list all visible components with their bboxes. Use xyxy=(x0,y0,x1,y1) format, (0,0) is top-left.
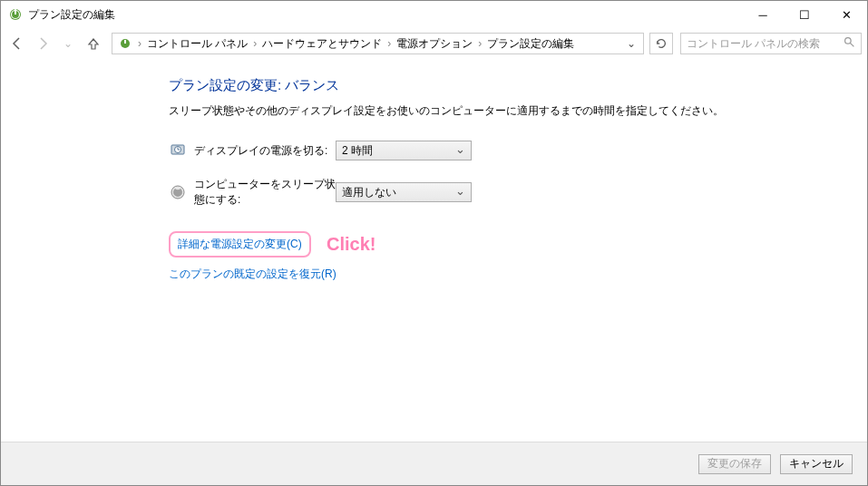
svg-point-5 xyxy=(845,38,852,44)
refresh-button[interactable] xyxy=(649,33,673,54)
breadcrumb-item[interactable]: コントロール パネル xyxy=(143,34,251,53)
breadcrumb-item[interactable]: プラン設定の編集 xyxy=(483,34,578,53)
search-input[interactable]: コントロール パネルの検索 xyxy=(680,33,862,54)
chevron-right-icon: › xyxy=(478,37,482,50)
sleep-dropdown[interactable]: 適用しない xyxy=(336,182,472,202)
location-icon xyxy=(118,36,132,51)
minimize-button[interactable]: ─ xyxy=(742,1,784,28)
sleep-value: 適用しない xyxy=(342,185,396,200)
display-icon xyxy=(169,141,187,160)
page-heading: プラン設定の変更: バランス xyxy=(169,77,867,94)
forward-button[interactable] xyxy=(32,33,54,54)
display-off-setting-row: ディスプレイの電源を切る: 2 時間 xyxy=(169,141,867,160)
save-button[interactable]: 変更の保存 xyxy=(698,454,771,474)
svg-line-6 xyxy=(850,43,853,46)
cancel-button[interactable]: キャンセル xyxy=(780,454,853,474)
chevron-right-icon: › xyxy=(253,37,257,50)
navigation-bar: ⌄ › コントロール パネル › ハードウェアとサウンド › 電源オプション ›… xyxy=(1,28,867,59)
display-off-label: ディスプレイの電源を切る: xyxy=(194,143,336,159)
window-title: プラン設定の編集 xyxy=(28,7,742,23)
content-area: プラン設定の変更: バランス スリープ状態やその他のディスプレイ設定をお使いのコ… xyxy=(1,59,867,295)
advanced-link-highlight: 詳細な電源設定の変更(C) xyxy=(169,231,311,258)
click-annotation: Click! xyxy=(327,234,375,254)
display-off-dropdown[interactable]: 2 時間 xyxy=(336,141,472,160)
search-icon xyxy=(844,36,855,51)
svg-rect-1 xyxy=(15,9,16,15)
breadcrumb-item[interactable]: ハードウェアとサウンド xyxy=(258,34,385,53)
sleep-setting-row: コンピューターをスリープ状態にする: 適用しない xyxy=(169,177,867,208)
instruction-text: スリープ状態やその他のディスプレイ設定をお使いのコンピューターに適用するまでの時… xyxy=(169,103,867,119)
advanced-settings-link[interactable]: 詳細な電源設定の変更(C) xyxy=(178,237,302,252)
app-icon xyxy=(8,7,23,22)
footer-bar: 変更の保存 キャンセル xyxy=(1,442,867,485)
recent-button[interactable]: ⌄ xyxy=(57,33,79,54)
up-button[interactable] xyxy=(83,33,104,54)
back-button[interactable] xyxy=(6,33,28,54)
chevron-right-icon: › xyxy=(138,37,141,50)
links-section: 詳細な電源設定の変更(C) Click! このプランの既定の設定を復元(R) xyxy=(169,231,867,295)
address-dropdown-icon[interactable]: ⌄ xyxy=(621,37,641,50)
search-placeholder: コントロール パネルの検索 xyxy=(687,36,820,52)
restore-defaults-link[interactable]: このプランの既定の設定を復元(R) xyxy=(169,267,336,282)
display-off-value: 2 時間 xyxy=(342,143,373,159)
chevron-right-icon: › xyxy=(387,37,391,50)
address-bar[interactable]: › コントロール パネル › ハードウェアとサウンド › 電源オプション › プ… xyxy=(112,33,644,54)
sleep-icon xyxy=(169,183,187,201)
window-controls: ─ ☐ ✕ xyxy=(742,1,867,28)
sleep-label: コンピューターをスリープ状態にする: xyxy=(194,177,336,208)
svg-rect-4 xyxy=(124,40,126,44)
titlebar: プラン設定の編集 ─ ☐ ✕ xyxy=(1,1,867,28)
maximize-button[interactable]: ☐ xyxy=(784,1,825,28)
breadcrumb-item[interactable]: 電源オプション xyxy=(393,34,476,53)
close-button[interactable]: ✕ xyxy=(825,1,867,28)
